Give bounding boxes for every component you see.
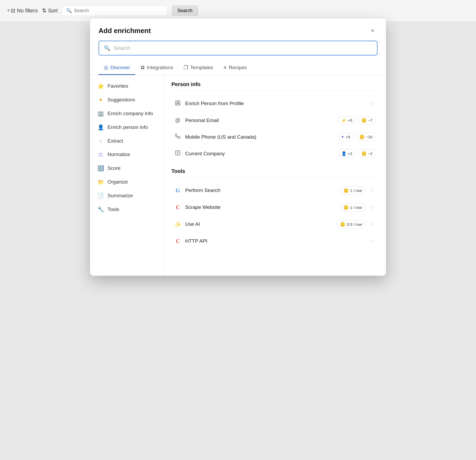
enrich-person-profile-label: Enrich Person from Profile: [185, 101, 362, 106]
use-ai-icon: ✨: [174, 221, 181, 227]
person-info-section: Person info Enrich Person from Profile ☆: [171, 81, 379, 162]
sidebar-item-enrich-person-info[interactable]: 👤 Enrich person info: [90, 120, 164, 134]
sidebar-item-favorites[interactable]: ⭐ Favorites: [90, 79, 164, 93]
mobile-phone-badges: ✦ +9 🪙 ~10: [337, 133, 376, 141]
normalize-icon: ⚖: [97, 151, 104, 158]
personal-email-credit-badge: 🪙 ~7: [358, 116, 376, 124]
sidebar-item-organize[interactable]: 📁 Organize: [90, 175, 164, 189]
perform-search-credit-icon: 🪙: [343, 188, 349, 193]
sort-button[interactable]: ⇅ Sort: [42, 7, 58, 14]
http-api-icon: C: [174, 238, 181, 244]
discover-tab-label: Discover: [110, 65, 130, 71]
scrape-website-label: Scrape Website: [185, 204, 336, 210]
mobile-phone-label: Mobile Phone (US and Canada): [185, 134, 334, 140]
use-ai-label: Use AI: [185, 221, 333, 227]
http-api-label: HTTP API: [185, 238, 362, 244]
mobile-phone-provider-count: +9: [346, 135, 350, 139]
top-search-input[interactable]: [74, 8, 164, 13]
scrape-website-credit-badge: 🪙 1 / row: [340, 203, 365, 212]
top-search-submit[interactable]: Search: [172, 6, 198, 16]
use-ai-credit-value: 0.5 / row: [347, 222, 362, 227]
modal-search-input[interactable]: [114, 45, 372, 51]
modal-close-button[interactable]: ×: [368, 26, 377, 35]
tab-integrations[interactable]: ✿ Integrations: [135, 61, 178, 75]
search-icon: 🔍: [66, 8, 72, 13]
sidebar-item-organize-label: Organize: [108, 179, 128, 185]
sidebar-item-enrich-company-label: Enrich company info: [108, 111, 153, 116]
sidebar-item-summarize-label: Summarize: [108, 193, 133, 199]
sidebar-item-suggestions-label: Suggestions: [108, 97, 135, 103]
sidebar-item-extract[interactable]: ↓ Extract: [90, 134, 164, 148]
personal-email-icon: @: [174, 117, 181, 123]
personal-email-row[interactable]: @ Personal Email ⚡ +5 🪙 ~7: [171, 112, 379, 129]
sidebar-item-score[interactable]: 🔢 Score: [90, 161, 164, 175]
modal-header: Add enrichment ×: [90, 18, 386, 41]
scrape-website-row[interactable]: C Scrape Website 🪙 1 / row ☆: [171, 199, 379, 216]
personal-email-badges: ⚡ +5 🪙 ~7: [338, 116, 376, 124]
suggestions-icon: ✦: [97, 97, 104, 103]
no-filters-button[interactable]: ⚬⊟ No filters: [6, 7, 38, 14]
tools-icon: 🔧: [97, 206, 104, 213]
current-company-provider-count: +2: [348, 151, 352, 156]
personal-email-provider-count: +5: [348, 118, 352, 123]
sidebar: ⭐ Favorites ✦ Suggestions 🏢 Enrich compa…: [90, 75, 164, 276]
use-ai-star[interactable]: ☆: [369, 220, 376, 228]
use-ai-badges: 🪙 0.5 / row: [337, 220, 365, 228]
sidebar-item-tools[interactable]: 🔧 Tools: [90, 203, 164, 216]
use-ai-row[interactable]: ✨ Use AI 🪙 0.5 / row ☆: [171, 216, 379, 233]
company-provider-icon: 👤: [341, 151, 347, 156]
provider-badge-icon: ⚡: [341, 118, 347, 123]
perform-search-label: Perform Search: [185, 187, 336, 193]
scrape-website-icon: C: [174, 204, 181, 210]
sidebar-item-suggestions[interactable]: ✦ Suggestions: [90, 93, 164, 107]
score-icon: 🔢: [97, 165, 104, 171]
tab-recipes[interactable]: ≡ Recipes: [218, 61, 252, 75]
mobile-phone-row[interactable]: Mobile Phone (US and Canada) ✦ +9 🪙 ~10: [171, 129, 379, 145]
no-filters-label: No filters: [17, 8, 38, 14]
mobile-provider-badge-icon: ✦: [341, 134, 344, 139]
perform-search-star[interactable]: ☆: [369, 186, 376, 195]
tools-section-title: Tools: [171, 168, 379, 174]
summarize-icon: 📄: [97, 193, 104, 199]
scrape-website-badges: 🪙 1 / row: [340, 203, 365, 212]
tab-templates[interactable]: ❐ Templates: [178, 61, 218, 75]
discover-tab-icon: ◎: [104, 64, 108, 71]
mobile-phone-credit-count: ~10: [366, 135, 372, 139]
scrape-website-credit-value: 1 / row: [350, 205, 362, 210]
sidebar-item-normalize-label: Normalize: [108, 152, 130, 157]
tab-discover[interactable]: ◎ Discover: [99, 61, 135, 75]
current-company-credit-badge: 🪙 ~2: [358, 149, 376, 158]
perform-search-credit-value: 1 / row: [350, 188, 362, 193]
modal-tabs: ◎ Discover ✿ Integrations ❐ Templates ≡ …: [90, 61, 386, 75]
templates-tab-label: Templates: [190, 65, 213, 71]
sidebar-item-normalize[interactable]: ⚖ Normalize: [90, 148, 164, 161]
sidebar-item-enrich-company-info[interactable]: 🏢 Enrich company info: [90, 107, 164, 120]
perform-search-icon: G: [174, 187, 181, 194]
sidebar-item-favorites-label: Favorites: [108, 83, 128, 89]
perform-search-row[interactable]: G Perform Search 🪙 1 / row ☆: [171, 182, 379, 199]
current-company-badges: 👤 +2 🪙 ~2: [338, 149, 376, 158]
personal-email-credit-count: ~7: [368, 118, 372, 123]
enrich-person-profile-star[interactable]: ☆: [369, 99, 376, 108]
enrich-person-icon: 👤: [97, 124, 104, 130]
integrations-tab-label: Integrations: [147, 65, 173, 71]
current-company-row[interactable]: Current Company 👤 +2 🪙 ~2: [171, 145, 379, 162]
sidebar-item-summarize[interactable]: 📄 Summarize: [90, 189, 164, 203]
enrich-person-profile-row[interactable]: Enrich Person from Profile ☆: [171, 95, 379, 112]
scrape-website-star[interactable]: ☆: [369, 203, 376, 212]
content-area: Person info Enrich Person from Profile ☆: [164, 75, 386, 276]
scrape-credit-icon: 🪙: [343, 205, 349, 210]
modal-search-icon: 🔍: [104, 45, 110, 51]
recipes-tab-label: Recipes: [229, 65, 247, 71]
perform-search-badges: 🪙 1 / row: [340, 186, 365, 195]
sidebar-item-score-label: Score: [108, 165, 121, 171]
enrich-company-icon: 🏢: [97, 110, 104, 117]
organize-icon: 📁: [97, 179, 104, 185]
enrich-person-profile-icon: [174, 100, 181, 107]
personal-email-provider-badge: ⚡ +5: [338, 116, 356, 124]
sort-label: Sort: [48, 8, 58, 14]
http-api-row[interactable]: C HTTP API ☆: [171, 233, 379, 250]
http-api-star[interactable]: ☆: [369, 237, 376, 245]
integrations-tab-icon: ✿: [141, 64, 145, 71]
sort-icon: ⇅: [42, 7, 46, 14]
